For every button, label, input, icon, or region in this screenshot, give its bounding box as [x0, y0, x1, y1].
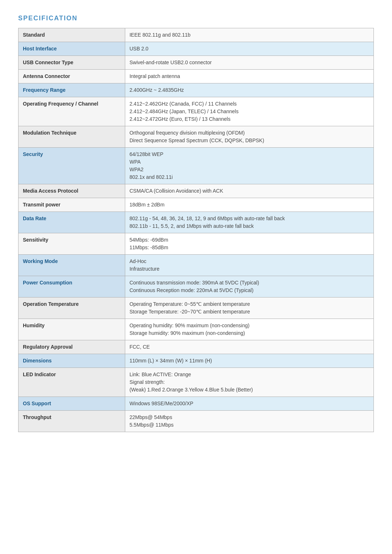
spec-label-sensitivity: Sensitivity [19, 233, 125, 255]
page-title: SPECIFICATION [18, 15, 374, 22]
table-row: Working ModeAd-HocInfrastructure [19, 255, 374, 276]
table-row: Power ConsumptionContinuous transmission… [19, 276, 374, 297]
spec-value-humidity: Operating humidity: 90% maximum (non-con… [125, 319, 373, 340]
spec-value-regulatory: FCC, CE [125, 340, 373, 354]
spec-value-security: 64/128bit WEPWPAWPA2802.1x and 802.11i [125, 148, 373, 184]
spec-label-throughput: Throughput [19, 411, 125, 432]
table-row: Transmit power18dBm ± 2dBm [19, 198, 374, 212]
spec-label-usb-connector: USB Connector Type [19, 56, 125, 70]
table-row: Sensitivity54Mbps: -69dBm11Mbps: -85dBm [19, 233, 374, 255]
spec-label-security: Security [19, 148, 125, 184]
table-row: StandardIEEE 802.11g and 802.11b [19, 28, 374, 42]
spec-value-os-support: Windows 98SE/Me/2000/XP [125, 397, 373, 411]
spec-label-os-support: OS Support [19, 397, 125, 411]
spec-label-dimensions: Dimensions [19, 354, 125, 368]
spec-value-operation-temp: Operating Temperature: 0~55℃ ambient tem… [125, 297, 373, 319]
spec-value-data-rate: 802.11g - 54, 48, 36, 24, 18, 12, 9 and … [125, 212, 373, 233]
table-row: Media Access ProtocolCSMA/CA (Collision … [19, 184, 374, 198]
spec-value-working-mode: Ad-HocInfrastructure [125, 255, 373, 276]
spec-label-frequency-range: Frequency Range [19, 83, 125, 97]
table-row: Security64/128bit WEPWPAWPA2802.1x and 8… [19, 148, 374, 184]
table-row: Frequency Range2.400GHz ~ 2.4835GHz [19, 83, 374, 97]
table-row: Host InterfaceUSB 2.0 [19, 42, 374, 56]
table-row: OS SupportWindows 98SE/Me/2000/XP [19, 397, 374, 411]
table-row: LED IndicatorLink: Blue ACTIVE: OrangeSi… [19, 368, 374, 397]
spec-label-working-mode: Working Mode [19, 255, 125, 276]
spec-value-power-consumption: Continuous transmission mode: 390mA at 5… [125, 276, 373, 297]
spec-value-led-indicator: Link: Blue ACTIVE: OrangeSignal strength… [125, 368, 373, 397]
table-row: Operating Frequency / Channel2.412~2.462… [19, 97, 374, 126]
spec-label-media-access: Media Access Protocol [19, 184, 125, 198]
table-row: Modulation TechniqueOrthogonal frequency… [19, 126, 374, 148]
spec-label-host-interface: Host Interface [19, 42, 125, 56]
table-row: USB Connector TypeSwivel-and-rotate USB2… [19, 56, 374, 70]
table-row: Throughput22Mbps@ 54Mbps5.5Mbps@ 11Mbps [19, 411, 374, 432]
spec-label-antenna-connector: Antenna Connector [19, 70, 125, 83]
spec-label-modulation: Modulation Technique [19, 126, 125, 148]
spec-label-regulatory: Regulatory Approval [19, 340, 125, 354]
spec-value-standard: IEEE 802.11g and 802.11b [125, 28, 373, 42]
table-row: Dimensions110mm (L) × 34mm (W) × 11mm (H… [19, 354, 374, 368]
spec-value-media-access: CSMA/CA (Collision Avoidance) with ACK [125, 184, 373, 198]
spec-label-led-indicator: LED Indicator [19, 368, 125, 397]
spec-value-usb-connector: Swivel-and-rotate USB2.0 connector [125, 56, 373, 70]
spec-label-operation-temp: Operation Temperature [19, 297, 125, 319]
spec-value-frequency-range: 2.400GHz ~ 2.4835GHz [125, 83, 373, 97]
spec-label-power-consumption: Power Consumption [19, 276, 125, 297]
table-row: Data Rate802.11g - 54, 48, 36, 24, 18, 1… [19, 212, 374, 233]
spec-value-modulation: Orthogonal frequency division multiplexi… [125, 126, 373, 148]
spec-value-transmit-power: 18dBm ± 2dBm [125, 198, 373, 212]
spec-label-transmit-power: Transmit power [19, 198, 125, 212]
spec-value-throughput: 22Mbps@ 54Mbps5.5Mbps@ 11Mbps [125, 411, 373, 432]
table-row: HumidityOperating humidity: 90% maximum … [19, 319, 374, 340]
spec-value-dimensions: 110mm (L) × 34mm (W) × 11mm (H) [125, 354, 373, 368]
spec-value-antenna-connector: Integral patch antenna [125, 70, 373, 83]
spec-value-host-interface: USB 2.0 [125, 42, 373, 56]
table-row: Operation TemperatureOperating Temperatu… [19, 297, 374, 319]
specification-table: StandardIEEE 802.11g and 802.11bHost Int… [18, 28, 374, 432]
spec-label-humidity: Humidity [19, 319, 125, 340]
spec-value-operating-frequency: 2.412~2.462GHz (Canada, FCC) / 11 Channe… [125, 97, 373, 126]
spec-label-data-rate: Data Rate [19, 212, 125, 233]
spec-label-standard: Standard [19, 28, 125, 42]
table-row: Regulatory ApprovalFCC, CE [19, 340, 374, 354]
spec-label-operating-frequency: Operating Frequency / Channel [19, 97, 125, 126]
spec-value-sensitivity: 54Mbps: -69dBm11Mbps: -85dBm [125, 233, 373, 255]
table-row: Antenna ConnectorIntegral patch antenna [19, 70, 374, 83]
